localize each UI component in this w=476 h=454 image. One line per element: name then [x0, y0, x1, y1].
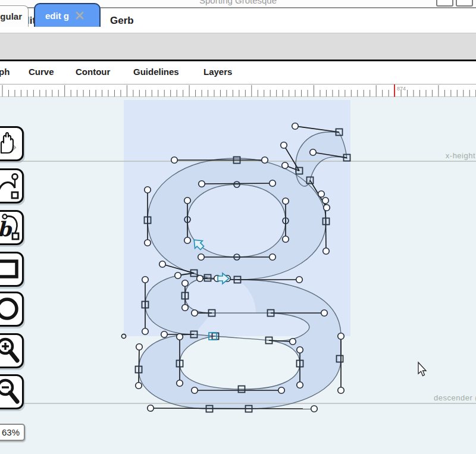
tab-regular[interactable]: gular [0, 5, 29, 27]
tool-pan-hand[interactable] [0, 126, 24, 161]
off-curve-handle-point[interactable] [192, 387, 198, 394]
off-curve-handle-point[interactable] [184, 198, 191, 204]
xheight-guideline-label: x-height ( [446, 151, 476, 160]
glyph-menubar: ph Curve Contour Guidelines Layers [0, 61, 476, 84]
zoom-in-icon [0, 335, 22, 367]
off-curve-handle-point[interactable] [324, 205, 330, 211]
off-curve-handle-point[interactable] [283, 198, 289, 205]
off-curve-handle-point[interactable] [270, 254, 276, 261]
off-curve-handle-point[interactable] [175, 273, 181, 279]
menu-item-layers[interactable]: Layers [203, 67, 232, 77]
off-curve-handle-point[interactable] [197, 275, 203, 282]
tool-curve-pen[interactable] [0, 168, 24, 203]
ellipse-icon [0, 293, 22, 325]
off-curve-handle-point[interactable] [142, 277, 149, 283]
descender-guideline-label: descender (- [434, 393, 476, 402]
glyph-editor-window: Sporting Grotesque e Edit Window Gerb gu… [0, 0, 476, 454]
svg-text:b: b [0, 217, 12, 241]
tool-ellipse[interactable] [0, 292, 24, 327]
off-curve-handle-point[interactable] [142, 328, 149, 335]
off-curve-handle-point[interactable] [281, 142, 287, 149]
off-curve-handle-point[interactable] [323, 248, 330, 255]
tool-zoom-in[interactable] [0, 333, 24, 368]
curve-pen-icon [0, 170, 22, 202]
off-curve-handle-point[interactable] [338, 333, 345, 340]
minimize-button[interactable] [436, 0, 453, 7]
off-curve-handle-point[interactable] [310, 149, 317, 156]
off-curve-handle-point[interactable] [182, 305, 189, 311]
tool-bezier-b[interactable]: b [0, 210, 24, 245]
off-curve-handle-point[interactable] [161, 331, 168, 338]
off-curve-handle-point[interactable] [171, 157, 178, 164]
off-curve-handle-point[interactable] [311, 406, 318, 412]
tool-zoom-out[interactable] [0, 374, 24, 409]
off-curve-handle-point[interactable] [297, 382, 303, 389]
off-curve-handle-point[interactable] [297, 347, 303, 353]
off-curve-handle-point[interactable] [283, 236, 289, 243]
ruler[interactable]: 874 [0, 84, 476, 98]
menu-item-gerb[interactable]: Gerb [110, 15, 134, 27]
off-curve-handle-point[interactable] [182, 280, 189, 287]
off-curve-handle-point[interactable] [192, 310, 198, 317]
off-curve-handle-point[interactable] [296, 277, 303, 283]
tab-close-icon[interactable] [75, 11, 84, 20]
off-curve-handle-point[interactable] [282, 162, 289, 169]
bezier-b-icon: b [0, 212, 22, 243]
tabbar [0, 33, 476, 60]
tool-rectangle[interactable] [0, 252, 24, 287]
menu-item-curve[interactable]: Curve [29, 67, 54, 77]
off-curve-handle-point[interactable] [290, 339, 296, 345]
off-curve-handle-point[interactable] [198, 254, 205, 261]
off-curve-handle-point[interactable] [199, 181, 205, 187]
maximize-button[interactable] [456, 0, 473, 7]
off-curve-handle-point[interactable] [321, 310, 328, 317]
off-curve-handle-point[interactable] [136, 383, 142, 389]
tab-edit-g[interactable]: edit g [34, 3, 101, 27]
menu-item-contour[interactable]: Contour [76, 67, 110, 77]
tab-regular-label: gular [0, 11, 22, 21]
off-curve-handle-point[interactable] [278, 387, 285, 394]
off-curve-handle-point[interactable] [145, 187, 151, 193]
ruler-marker-label: 874 [397, 86, 406, 92]
zoom-out-icon [0, 376, 22, 408]
zoom-level-badge[interactable]: 63% [0, 424, 25, 441]
menu-item-guidelines[interactable]: Guidelines [133, 67, 179, 77]
off-curve-handle-point[interactable] [184, 237, 191, 244]
off-curve-handle-point[interactable] [262, 157, 268, 164]
zoom-level-value: 63% [2, 427, 20, 437]
glyph-canvas[interactable]: x-height ( descender (- [0, 97, 476, 454]
off-curve-handle-point[interactable] [338, 387, 345, 394]
off-curve-handle-point[interactable] [148, 405, 154, 412]
off-curve-handle-point[interactable] [270, 180, 276, 187]
pan-hand-icon [0, 128, 22, 159]
off-curve-handle-point[interactable] [145, 240, 151, 246]
rectangle-icon [0, 253, 22, 285]
off-curve-handle-point[interactable] [136, 344, 143, 350]
off-curve-handle-point[interactable] [292, 123, 299, 130]
off-curve-handle-point[interactable] [322, 198, 329, 204]
tab-edit-g-label: edit g [45, 11, 69, 21]
menu-item-glyph[interactable]: ph [0, 67, 10, 77]
off-curve-handle-point[interactable] [159, 261, 166, 268]
off-curve-handle-point[interactable] [177, 334, 183, 340]
off-curve-handle-point[interactable] [177, 380, 183, 387]
off-curve-handle-point[interactable] [318, 191, 325, 198]
